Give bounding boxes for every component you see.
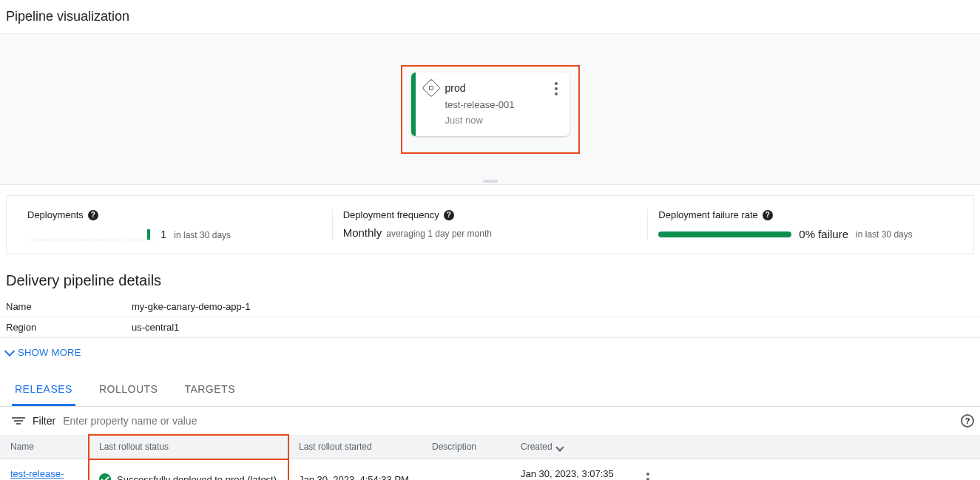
status-text: Successfully deployed to prod (latest) bbox=[117, 474, 277, 481]
description-cell bbox=[422, 459, 510, 481]
col-started[interactable]: Last rollout started bbox=[288, 435, 422, 459]
metrics-panel: Deployments ? 1 in last 30 days Deployme… bbox=[6, 195, 974, 254]
details-table: Name my-gke-canary-demo-app-1 Region us-… bbox=[0, 297, 980, 338]
metric-value: 0% failure bbox=[799, 228, 848, 240]
col-actions bbox=[629, 435, 980, 459]
started-cell: Jan 30, 2023, 4:54:33 PM bbox=[288, 459, 422, 481]
detail-value: my-gke-canary-demo-app-1 bbox=[126, 297, 980, 317]
metric-suffix: in last 30 days bbox=[174, 230, 231, 240]
filter-input[interactable] bbox=[63, 415, 953, 427]
metric-value: Monthly bbox=[343, 226, 382, 239]
filter-bar: Filter ? bbox=[0, 407, 980, 435]
metric-suffix: averaging 1 day per month bbox=[386, 229, 492, 239]
success-icon bbox=[99, 473, 111, 480]
more-vert-icon[interactable] bbox=[547, 80, 565, 98]
row-more-button[interactable] bbox=[639, 470, 657, 480]
table-row: test-release-001 Successfully deployed t… bbox=[0, 459, 980, 481]
detail-label: Name bbox=[0, 297, 126, 317]
help-icon[interactable]: ? bbox=[763, 210, 773, 220]
metric-frequency: Deployment frequency ? Monthly averaging… bbox=[332, 209, 648, 240]
col-description[interactable]: Description bbox=[422, 435, 510, 459]
detail-label: Region bbox=[0, 317, 126, 338]
metric-label: Deployment frequency bbox=[343, 209, 439, 220]
highlight-annotation: prod test-release-001 Just now bbox=[401, 65, 580, 154]
metric-suffix: in last 30 days bbox=[856, 229, 913, 240]
tab-targets[interactable]: TARGETS bbox=[181, 374, 238, 406]
col-status[interactable]: Last rollout status bbox=[89, 435, 288, 459]
metric-label: Deployment failure rate bbox=[658, 209, 757, 220]
resize-handle[interactable] bbox=[483, 180, 498, 183]
col-name[interactable]: Name bbox=[0, 435, 89, 459]
details-title: Delivery pipeline details bbox=[0, 254, 980, 297]
target-name: prod bbox=[445, 82, 466, 94]
metric-value: 1 bbox=[160, 228, 166, 240]
show-more-button[interactable]: SHOW MORE bbox=[0, 338, 980, 367]
gke-icon bbox=[422, 78, 440, 97]
failure-bar bbox=[658, 231, 791, 237]
releases-table: Name Last rollout status Last rollout st… bbox=[0, 435, 980, 480]
release-link[interactable]: test-release-001 bbox=[10, 468, 64, 480]
tabs: RELEASES ROLLOUTS TARGETS bbox=[0, 374, 980, 407]
filter-label: Filter bbox=[33, 415, 55, 427]
page-title: Pipeline visualization bbox=[0, 0, 980, 33]
target-card-prod[interactable]: prod test-release-001 Just now bbox=[411, 72, 570, 136]
sort-desc-icon bbox=[555, 443, 564, 451]
help-icon[interactable]: ? bbox=[88, 210, 98, 220]
chevron-down-icon bbox=[4, 345, 15, 356]
tab-releases[interactable]: RELEASES bbox=[12, 374, 75, 406]
visualization-canvas: prod test-release-001 Just now bbox=[0, 33, 980, 185]
metric-label: Deployments bbox=[27, 209, 84, 220]
col-created[interactable]: Created bbox=[510, 435, 629, 459]
sparkline-chart bbox=[27, 229, 153, 240]
tab-rollouts[interactable]: ROLLOUTS bbox=[96, 374, 160, 406]
detail-value: us-central1 bbox=[126, 317, 980, 338]
metric-deployments: Deployments ? 1 in last 30 days bbox=[17, 209, 332, 240]
created-cell: Jan 30, 2023, 3:07:35 PM bbox=[510, 459, 629, 481]
target-time: Just now bbox=[445, 115, 562, 126]
info-icon[interactable]: ? bbox=[961, 414, 974, 427]
filter-icon bbox=[12, 417, 25, 425]
target-release: test-release-001 bbox=[445, 99, 562, 110]
metric-failure: Deployment failure rate ? 0% failure in … bbox=[647, 209, 963, 240]
help-icon[interactable]: ? bbox=[444, 210, 454, 220]
